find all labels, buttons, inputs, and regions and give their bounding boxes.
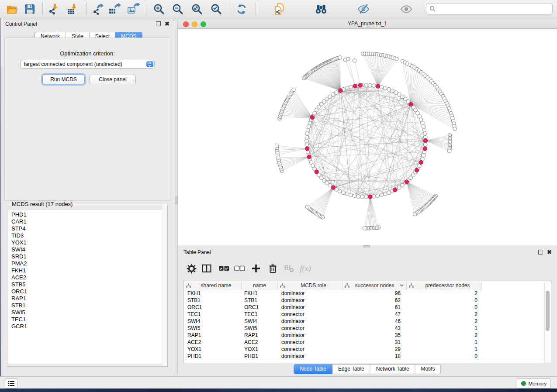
- mcds-result-item[interactable]: STB5: [8, 281, 166, 288]
- tab-motifs[interactable]: Motifs: [415, 364, 441, 374]
- tab-network-table[interactable]: Network Table: [370, 364, 415, 374]
- status-menu-button[interactable]: [5, 378, 18, 389]
- float-panel-icon[interactable]: [156, 21, 161, 26]
- export-image-icon[interactable]: [127, 3, 141, 15]
- mcds-result-item[interactable]: SRD1: [8, 253, 166, 260]
- mcds-result-item[interactable]: FKH1: [8, 267, 166, 274]
- delete-columns-icon[interactable]: [266, 262, 279, 275]
- mcds-result-item[interactable]: ACE2: [8, 274, 166, 281]
- table-row[interactable]: RAP1RAP1dominator352: [184, 332, 482, 339]
- zoom-in-icon[interactable]: [152, 3, 166, 15]
- column-header-successor-nodes[interactable]: successor nodes: [343, 281, 407, 290]
- mcds-result-item[interactable]: PMA2: [8, 260, 166, 267]
- table-row[interactable]: STB1STB1dominator620: [184, 297, 482, 304]
- select-all-columns-icon[interactable]: [218, 262, 230, 275]
- table-row[interactable]: TEC1TEC1connector472: [184, 311, 482, 318]
- attribute-type-icon: [345, 283, 349, 288]
- search-icon: [429, 6, 436, 12]
- find-icon[interactable]: [314, 3, 328, 15]
- table-row[interactable]: ORC1ORC1dominator610: [184, 304, 482, 311]
- mcds-result-item[interactable]: GCR1: [8, 323, 166, 330]
- column-header-shared-name[interactable]: shared name: [184, 281, 242, 290]
- column-header-mcds-role[interactable]: MCDS role: [278, 281, 343, 290]
- export-network-icon[interactable]: [91, 3, 105, 15]
- mcds-result-item[interactable]: ORC1: [8, 288, 166, 295]
- toolbar-separator: [42, 3, 43, 15]
- memory-status-icon: [521, 381, 526, 386]
- table-cell: SWI5: [184, 325, 242, 331]
- table-scrollbar-thumb[interactable]: [546, 291, 550, 331]
- table-row[interactable]: SWI4SWI4dominator462: [184, 318, 482, 325]
- mcds-result-group: MCDS result (17 nodes) PHD1CAR1STP4TID3Y…: [7, 204, 168, 367]
- search-field[interactable]: [426, 3, 553, 14]
- show-graphics-details-icon[interactable]: [399, 3, 413, 15]
- mcds-list-scrollbar[interactable]: [162, 204, 167, 366]
- network-canvas[interactable]: [178, 29, 557, 245]
- toolbar-separator: [256, 3, 256, 15]
- column-header-predecessor-nodes[interactable]: predecessor nodes: [407, 281, 482, 290]
- import-table-icon[interactable]: [66, 3, 80, 15]
- search-input[interactable]: [437, 5, 552, 12]
- mcds-result-item[interactable]: SWI5: [8, 309, 166, 316]
- table-cell: dominator: [278, 318, 343, 324]
- table-cell: dominator: [278, 353, 343, 359]
- mcds-result-item[interactable]: STB1: [8, 302, 166, 309]
- table-row[interactable]: PHD1PHD1dominator180: [184, 353, 482, 360]
- mcds-result-item[interactable]: TID3: [8, 232, 166, 239]
- apply-layout-icon[interactable]: [235, 3, 249, 15]
- mcds-result-item[interactable]: SWI4: [8, 246, 166, 253]
- open-session-icon[interactable]: [5, 3, 19, 15]
- table-cell: 2: [407, 318, 482, 324]
- zoom-fit-icon[interactable]: [190, 3, 204, 15]
- export-table-icon[interactable]: [108, 3, 122, 15]
- show-columns-icon[interactable]: [201, 262, 213, 275]
- attribute-type-icon: [409, 283, 414, 288]
- list-menu-icon: [8, 381, 15, 386]
- column-header-name[interactable]: name: [242, 281, 278, 290]
- float-panel-icon[interactable]: [538, 250, 543, 254]
- zoom-out-icon[interactable]: [171, 3, 185, 15]
- clone-network-icon[interactable]: [273, 3, 287, 15]
- hide-graphics-details-icon[interactable]: [356, 3, 370, 15]
- mcds-result-item[interactable]: STP4: [8, 225, 166, 232]
- save-session-icon[interactable]: [23, 3, 37, 15]
- tab-edge-table[interactable]: Edge Table: [332, 364, 370, 374]
- close-panel-button[interactable]: Close panel: [90, 75, 136, 84]
- delete-table-icon[interactable]: [283, 262, 295, 275]
- create-column-icon[interactable]: [250, 262, 262, 275]
- splitter-handle[interactable]: [175, 196, 178, 204]
- mcds-result-title: MCDS result (17 nodes): [10, 201, 74, 207]
- mcds-result-item[interactable]: PHD1: [8, 211, 166, 218]
- table-row[interactable]: SWI5SWI5connector431: [184, 325, 482, 332]
- function-builder-icon[interactable]: f(x): [297, 262, 314, 275]
- table-cell: 2: [407, 332, 482, 338]
- import-network-icon[interactable]: [47, 3, 61, 15]
- run-mcds-button[interactable]: Run MCDS: [42, 75, 85, 84]
- mcds-result-item[interactable]: RAP1: [8, 295, 166, 302]
- table-cell: ACE2: [242, 339, 278, 345]
- deselect-all-columns-icon[interactable]: [233, 262, 246, 275]
- mcds-result-item[interactable]: CAR1: [8, 218, 166, 225]
- table-scrollbar[interactable]: [544, 281, 551, 363]
- vertical-splitter[interactable]: [174, 19, 178, 375]
- table-settings-icon[interactable]: [185, 262, 197, 275]
- table-cell: 31: [343, 339, 407, 345]
- close-panel-icon[interactable]: ✖: [547, 250, 552, 254]
- mcds-result-item[interactable]: TEC1: [8, 316, 166, 323]
- node-table[interactable]: shared name name MCDS role successor nod…: [183, 281, 551, 363]
- table-row[interactable]: FKH1FKH1dominator962: [184, 290, 482, 297]
- attribute-type-icon: [280, 283, 285, 288]
- tab-node-table[interactable]: Node Table: [294, 364, 332, 374]
- mcds-result-item[interactable]: YOX1: [8, 239, 166, 246]
- network-window-titlebar[interactable]: YPA_prune.txt_1: [178, 19, 557, 29]
- table-cell: STB1: [184, 297, 242, 303]
- zoom-selected-icon[interactable]: [209, 3, 223, 15]
- table-row[interactable]: ACE2ACE2connector311: [184, 339, 482, 346]
- table-cell: SWI5: [242, 325, 278, 331]
- memory-button[interactable]: Memory: [517, 378, 551, 389]
- table-row[interactable]: YOX1YOX1connector291: [184, 346, 482, 353]
- table-cell: connector: [278, 325, 343, 331]
- close-panel-icon[interactable]: ✖: [165, 22, 170, 26]
- mcds-result-list[interactable]: PHD1CAR1STP4TID3YOX1SWI4SRD1PMA2FKH1ACE2…: [8, 210, 166, 364]
- criterion-dropdown[interactable]: largest connected component (undirected): [20, 60, 155, 69]
